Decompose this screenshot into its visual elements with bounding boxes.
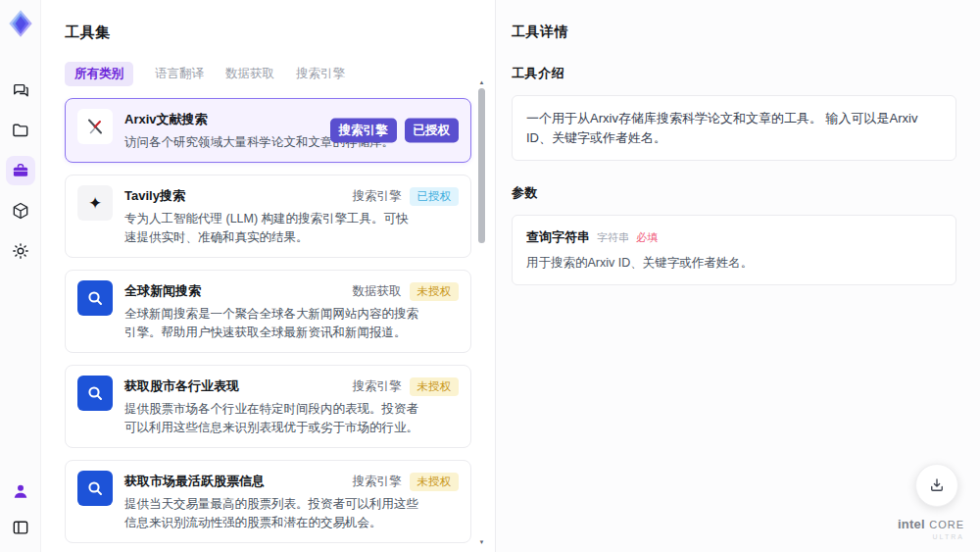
auth-status-badge: 未授权 xyxy=(410,377,460,396)
param-name: 查询字符串 xyxy=(526,228,590,246)
folder-icon[interactable] xyxy=(6,116,35,145)
tab-data-fetch[interactable]: 数据获取 xyxy=(225,62,274,86)
user-icon[interactable] xyxy=(6,477,35,506)
chat-icon[interactable] xyxy=(6,75,35,105)
download-button[interactable] xyxy=(915,464,958,507)
tool-card-tavily[interactable]: ✦ Tavily搜索 专为人工智能代理 (LLM) 构建的搜索引擎工具。可快速提… xyxy=(65,175,471,258)
tool-description: 全球新闻搜索是一个聚合全球各大新闻网站内容的搜索引擎。帮助用户快速获取全球最新资… xyxy=(124,305,418,342)
rail-bottom xyxy=(6,477,35,542)
tool-card-most-active-stocks[interactable]: 获取市场最活跃股票信息 提供当天交易量最高的股票列表。投资者可以利用这些信息来识… xyxy=(65,460,471,543)
tool-list-panel: 工具集 所有类别 语言翻译 数据获取 搜索引擎 Arxiv文献搜索 访问 xyxy=(41,0,495,552)
app-logo-gem-icon[interactable] xyxy=(5,7,36,40)
page-title: 工具集 xyxy=(65,24,495,42)
tab-language-translation[interactable]: 语言翻译 xyxy=(155,62,204,86)
category-label: 数据获取 xyxy=(353,283,402,300)
param-description: 用于搜索的Arxiv ID、关键字或作者姓名。 xyxy=(526,255,942,272)
tavily-star-icon: ✦ xyxy=(77,185,113,221)
param-card: 查询字符串 字符串 必填 用于搜索的Arxiv ID、关键字或作者姓名。 xyxy=(512,215,956,285)
news-search-icon xyxy=(77,376,113,411)
tool-card-list: Arxiv文献搜索 访问各个研究领域大量科学论文和文章的存储库。 搜索引擎 已授… xyxy=(65,98,471,552)
intel-core-logo: intel CORE ULTRA xyxy=(898,516,964,540)
arxiv-icon xyxy=(77,109,113,144)
params-heading: 参数 xyxy=(512,184,956,202)
tool-card-sector-performance[interactable]: 获取股市各行业表现 提供股票市场各个行业在特定时间段内的表现。投资者可以利用这些… xyxy=(65,365,471,448)
scroll-down-icon[interactable]: ▼ xyxy=(477,538,486,546)
auth-status-badge: 未授权 xyxy=(410,282,460,301)
param-required-flag: 必填 xyxy=(636,230,658,245)
category-badge: 搜索引擎 xyxy=(330,119,397,143)
app-window: 工具集 所有类别 语言翻译 数据获取 搜索引擎 Arxiv文献搜索 访问 xyxy=(0,0,980,552)
briefcase-icon[interactable] xyxy=(6,156,35,185)
rail-nav xyxy=(6,75,35,266)
tool-description: 专为人工智能代理 (LLM) 构建的搜索引擎工具。可快速提供实时、准确和真实的结… xyxy=(124,210,418,247)
cube-icon[interactable] xyxy=(6,196,35,226)
download-icon xyxy=(928,477,946,494)
news-search-icon xyxy=(77,280,113,316)
intro-heading: 工具介绍 xyxy=(512,65,956,82)
list-scrollbar[interactable]: ▲ ▼ xyxy=(477,78,486,546)
tool-details-panel: 工具详情 工具介绍 一个用于从Arxiv存储库搜索科学论文和文章的工具。 输入可… xyxy=(495,0,980,552)
sidebar-rail xyxy=(0,0,41,552)
category-tabs: 所有类别 语言翻译 数据获取 搜索引擎 xyxy=(65,62,495,86)
tool-description: 提供当天交易量最高的股票列表。投资者可以利用这些信息来识别流动性强的股票和潜在的… xyxy=(124,495,418,532)
tool-description: 提供股票市场各个行业在特定时间段内的表现。投资者可以利用这些信息来识别表现优于或… xyxy=(124,400,418,437)
category-label: 搜索引擎 xyxy=(353,378,402,395)
category-label: 搜索引擎 xyxy=(353,188,402,205)
gear-icon[interactable] xyxy=(6,236,35,266)
details-title: 工具详情 xyxy=(512,24,956,41)
auth-status-badge: 未授权 xyxy=(410,473,460,491)
intro-text: 一个用于从Arxiv存储库搜索科学论文和文章的工具。 输入可以是Arxiv ID… xyxy=(526,109,942,147)
scroll-up-icon[interactable]: ▲ xyxy=(477,78,486,86)
tab-search-engine[interactable]: 搜索引擎 xyxy=(296,62,345,86)
tool-card-global-news[interactable]: 全球新闻搜索 全球新闻搜索是一个聚合全球各大新闻网站内容的搜索引擎。帮助用户快速… xyxy=(65,270,471,353)
news-search-icon xyxy=(77,471,113,506)
tool-card-arxiv[interactable]: Arxiv文献搜索 访问各个研究领域大量科学论文和文章的存储库。 搜索引擎 已授… xyxy=(65,98,471,163)
auth-status-badge: 已授权 xyxy=(405,119,460,143)
scrollbar-thumb[interactable] xyxy=(478,88,485,243)
intro-card: 一个用于从Arxiv存储库搜索科学论文和文章的工具。 输入可以是Arxiv ID… xyxy=(512,95,956,161)
tab-all-categories[interactable]: 所有类别 xyxy=(65,62,133,86)
auth-status-badge: 已授权 xyxy=(410,187,460,206)
panel-toggle-icon[interactable] xyxy=(6,513,35,542)
category-label: 搜索引擎 xyxy=(353,474,402,490)
param-type: 字符串 xyxy=(597,230,629,245)
